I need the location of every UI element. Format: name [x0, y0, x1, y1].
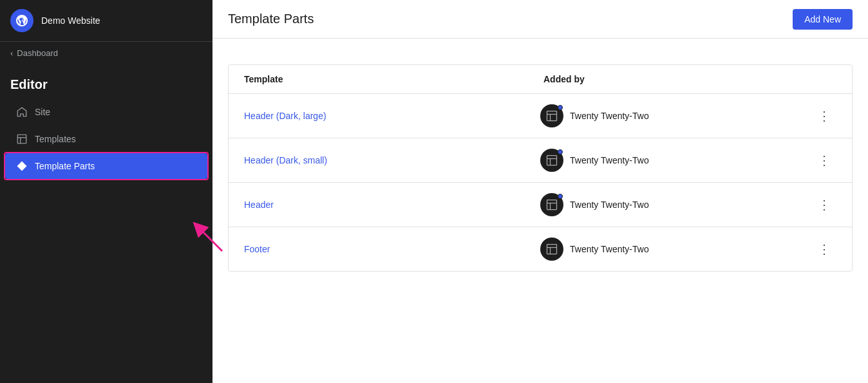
editor-label: Editor	[0, 64, 212, 98]
row-template-name: Footer	[244, 243, 540, 255]
avatar-dot	[558, 105, 563, 110]
wordpress-logo	[10, 9, 33, 32]
svg-rect-4	[547, 111, 557, 121]
sidebar-header: Demo Website	[0, 0, 212, 42]
row-template-name: Header (Dark, large)	[244, 110, 540, 122]
row-template-name: Header	[244, 199, 540, 210]
top-bar: Template Parts Add New	[212, 0, 868, 39]
svg-rect-13	[547, 245, 557, 254]
table-row: Header (Dark, small) Twenty Twenty-Two ⋮	[229, 138, 852, 183]
diamond-icon	[15, 160, 28, 173]
row-added-by: Twenty Twenty-Two ⋮	[540, 149, 836, 172]
avatar	[540, 104, 563, 127]
col-template-header: Template	[244, 74, 537, 84]
template-link-header[interactable]: Header	[244, 200, 274, 210]
template-parts-table: Template Added by Header (Dark, large)	[228, 64, 853, 272]
home-icon	[15, 106, 28, 118]
svg-rect-10	[547, 200, 557, 210]
sidebar-item-label-templates: Templates	[35, 134, 76, 144]
template-link-header-dark-large[interactable]: Header (Dark, large)	[244, 111, 326, 121]
main-content: Template Parts Add New Template Added by…	[212, 0, 868, 383]
row-template-name: Header (Dark, small)	[244, 154, 540, 166]
avatar	[540, 149, 563, 172]
avatar-dot	[558, 194, 563, 199]
add-new-button[interactable]: Add New	[793, 9, 853, 30]
sidebar-item-label-site: Site	[35, 107, 50, 117]
sidebar-item-site[interactable]: Site	[5, 99, 207, 125]
site-name: Demo Website	[41, 15, 100, 26]
svg-rect-7	[547, 156, 557, 165]
svg-rect-0	[17, 135, 26, 144]
sidebar: Demo Website ‹ Dashboard Editor Site Tem…	[0, 0, 212, 383]
more-options-button[interactable]: ⋮	[813, 194, 836, 215]
table-row: Header (Dark, large) Twenty Twenty-Two ⋮	[229, 94, 852, 138]
layout-icon	[15, 133, 28, 145]
page-title: Template Parts	[228, 12, 314, 26]
more-options-button[interactable]: ⋮	[813, 106, 836, 126]
sidebar-item-template-parts[interactable]: Template Parts	[5, 153, 207, 179]
template-link-header-dark-small[interactable]: Header (Dark, small)	[244, 155, 327, 165]
theme-name: Twenty Twenty-Two	[570, 244, 649, 254]
template-link-footer[interactable]: Footer	[244, 244, 270, 254]
theme-name: Twenty Twenty-Two	[570, 200, 649, 210]
col-added-by-header: Added by	[537, 74, 836, 84]
avatar-dot	[558, 149, 563, 154]
dashboard-link[interactable]: ‹ Dashboard	[0, 42, 212, 64]
sidebar-item-label-template-parts: Template Parts	[35, 161, 95, 171]
theme-name: Twenty Twenty-Two	[570, 111, 649, 121]
row-added-by: Twenty Twenty-Two ⋮	[540, 193, 836, 216]
content-area: Template Added by Header (Dark, large)	[212, 39, 868, 383]
avatar	[540, 238, 563, 261]
table-row: Header Twenty Twenty-Two ⋮	[229, 183, 852, 227]
table-header: Template Added by	[229, 65, 852, 94]
sidebar-item-templates[interactable]: Templates	[5, 126, 207, 152]
more-options-button[interactable]: ⋮	[813, 239, 836, 259]
avatar	[540, 193, 563, 216]
row-added-by: Twenty Twenty-Two ⋮	[540, 104, 836, 127]
chevron-left-icon: ‹	[10, 48, 13, 58]
theme-name: Twenty Twenty-Two	[570, 155, 649, 165]
table-row: Footer Twenty Twenty-Two ⋮	[229, 227, 852, 271]
row-added-by: Twenty Twenty-Two ⋮	[540, 238, 836, 261]
more-options-button[interactable]: ⋮	[813, 150, 836, 171]
